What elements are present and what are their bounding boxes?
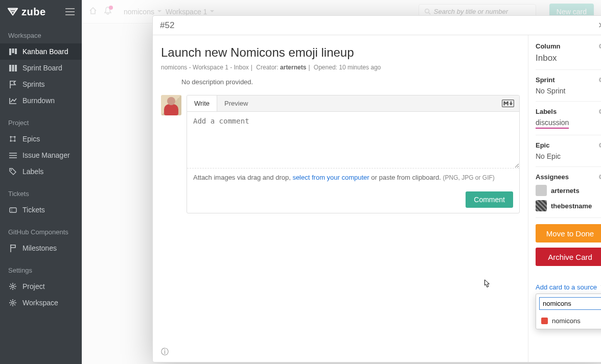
sidebar-group-settings: Settings [0,264,82,278]
side-column-value: Inbox [536,53,601,63]
assignee-item[interactable]: thebestname [536,200,601,211]
info-icon[interactable]: ⓘ [161,347,169,357]
workspace-selector[interactable]: Workspace 1 [166,8,214,16]
sidebar-item-labels[interactable]: Labels [0,163,82,180]
sidebar-item-project[interactable]: Project [0,278,82,295]
epics-icon [8,135,17,142]
sidebar-group-project: Project [0,117,82,131]
sidebar-item-kanban-board[interactable]: Kanban Board [0,43,82,60]
source-search-input[interactable] [539,297,601,310]
side-assignees-title: Assignees [536,173,569,181]
side-labels-title: Labels [536,108,557,115]
ticket-icon [8,207,17,213]
gear-icon[interactable]: ⚙ [598,42,601,50]
svg-rect-1 [12,48,14,53]
svg-point-14 [425,9,429,13]
chart-icon [8,98,17,104]
tab-write[interactable]: Write [187,95,217,111]
archive-card-button[interactable]: Archive Card [536,248,601,266]
empty-description: No description provided. [181,78,520,86]
home-icon[interactable] [89,7,97,16]
attach-select-link[interactable]: select from your computer [292,174,369,181]
search-input[interactable] [434,8,530,15]
sidebar-item-epics[interactable]: Epics [0,131,82,147]
app-sidebar: zube WorkspaceKanban BoardSprint BoardSp… [0,0,82,364]
svg-rect-4 [12,65,14,71]
svg-rect-11 [10,208,16,212]
side-epic-value: No Epic [536,152,601,160]
sidebar-group-github-components: GitHub Components [0,226,82,240]
issues-icon [8,153,17,158]
sidebar-group-tickets: Tickets [0,188,82,202]
move-to-done-button[interactable]: Move to Done [536,224,601,242]
add-source-link[interactable]: Add card to a source [536,283,601,291]
attach-hint: Attach images via drag and drop, select … [187,168,519,186]
source-option[interactable]: nomicons [536,313,601,329]
sidebar-group-workspace: Workspace [0,30,82,43]
side-sprint-title: Sprint [536,76,555,84]
brand-name: zube [21,6,46,18]
card-subtitle: nomicons - Workspace 1 - Inbox| Creator:… [161,64,520,71]
gear-icon [8,283,17,290]
chevron-down-icon [157,8,161,16]
card-modal: #52 ✕ Launch new Nomicons emoji lineup n… [152,15,601,362]
chevron-down-icon [210,8,214,16]
sidebar-item-workspace[interactable]: Workspace [0,295,82,311]
label-tag[interactable]: discussion [536,118,569,129]
comment-button[interactable]: Comment [466,191,513,208]
flag-icon [8,81,17,88]
svg-point-13 [12,302,14,304]
avatar [536,200,547,211]
logo-icon [7,7,18,16]
gear-icon[interactable]: ⚙ [598,76,601,84]
svg-rect-0 [9,48,11,55]
sidebar-item-issue-manager[interactable]: Issue Manager [0,147,82,163]
svg-rect-3 [9,65,11,71]
gear-icon [8,299,17,306]
svg-rect-2 [15,48,17,54]
card-sidebar: Column⚙ Inbox Sprint⚙ No Sprint Labels⚙ … [528,35,601,362]
markdown-icon [502,100,514,108]
source-color-icon [541,318,548,324]
sidebar-item-tickets[interactable]: Tickets [0,202,82,218]
menu-toggle-icon[interactable] [65,8,75,15]
close-icon[interactable]: ✕ [598,20,601,30]
tab-preview[interactable]: Preview [217,95,255,111]
sidebar-item-burndown[interactable]: Burndown [0,92,82,109]
side-epic-title: Epic [536,141,549,149]
brand-logo[interactable]: zube [7,6,46,18]
user-avatar [161,95,181,115]
search-icon [424,8,431,15]
svg-point-12 [12,285,14,287]
side-column-title: Column [536,42,560,50]
avatar [536,185,547,196]
comment-editor: Write Preview Attach images via drag and… [187,95,520,213]
sidebar-item-sprint-board[interactable]: Sprint Board [0,60,82,76]
gear-icon[interactable]: ⚙ [598,173,601,181]
sprint-icon [8,65,17,71]
notifications-icon[interactable] [104,7,111,16]
side-sprint-value: No Sprint [536,87,601,95]
svg-point-10 [11,169,12,171]
tag-icon [8,168,17,175]
assignee-item[interactable]: arternets [536,185,601,196]
sidebar-item-milestones[interactable]: Milestones [0,240,82,256]
card-id: #52 [160,20,174,31]
sidebar-item-sprints[interactable]: Sprints [0,76,82,92]
kanban-icon [8,48,17,55]
card-title: Launch new Nomicons emoji lineup [161,45,520,60]
source-dropdown: nomicons [536,294,601,329]
svg-rect-5 [15,65,17,71]
milestone-icon [8,245,17,252]
gear-icon[interactable]: ⚙ [598,141,601,149]
comment-textarea[interactable] [187,112,519,168]
project-selector[interactable]: nomicons [124,8,161,16]
gear-icon[interactable]: ⚙ [598,108,601,115]
